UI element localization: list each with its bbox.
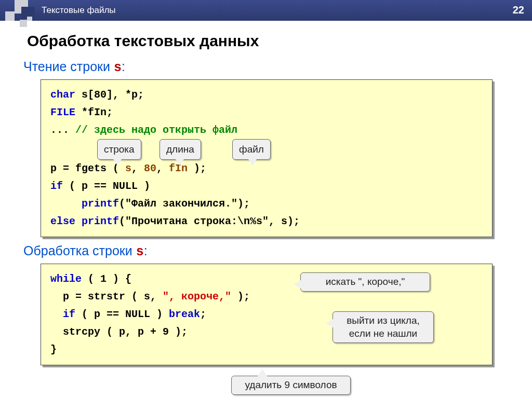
section2-title-suffix: : bbox=[144, 243, 148, 258]
section2-title-text: Обработка строки bbox=[23, 243, 136, 258]
section2-title-code: s bbox=[136, 244, 144, 259]
code-line: ... // здесь надо открыть файл bbox=[50, 121, 483, 139]
code-line: if ( p == NULL ) bbox=[50, 177, 483, 195]
code-block-1: char s[80], *p; FILE *fIn; ... // здесь … bbox=[41, 79, 493, 237]
header-bar: Текстовые файлы 22 bbox=[0, 0, 532, 21]
page-number: 22 bbox=[513, 4, 524, 16]
section1-title-suffix: : bbox=[122, 59, 125, 74]
pill-fajl: файл bbox=[232, 139, 271, 160]
pill-stroka: строка bbox=[97, 139, 141, 160]
callout-search: искать ", короче," bbox=[300, 272, 430, 292]
code-line: char s[80], *p; bbox=[50, 86, 483, 104]
code-line: else printf("Прочитана строка:\n%s", s); bbox=[50, 213, 483, 230]
callout-exit-loop: выйти из цикла, если не нашли bbox=[332, 311, 434, 343]
pill-dlina: длина bbox=[159, 139, 201, 160]
section1-title-text: Чтение строки bbox=[23, 59, 114, 74]
code-line: printf("Файл закончился."); bbox=[50, 195, 483, 213]
section1-title: Чтение строки s: bbox=[23, 59, 532, 75]
section1-title-code: s bbox=[114, 60, 122, 75]
logo-icon bbox=[0, 0, 36, 29]
header-title: Текстовые файлы bbox=[42, 5, 116, 16]
code-line: } bbox=[50, 341, 483, 359]
section2-title: Обработка строки s: bbox=[23, 243, 532, 259]
main-title: Обработка текстовых данных bbox=[27, 32, 532, 50]
code-line: FILE *fIn; bbox=[50, 104, 483, 121]
callout-delete: удалить 9 символов bbox=[231, 376, 351, 395]
